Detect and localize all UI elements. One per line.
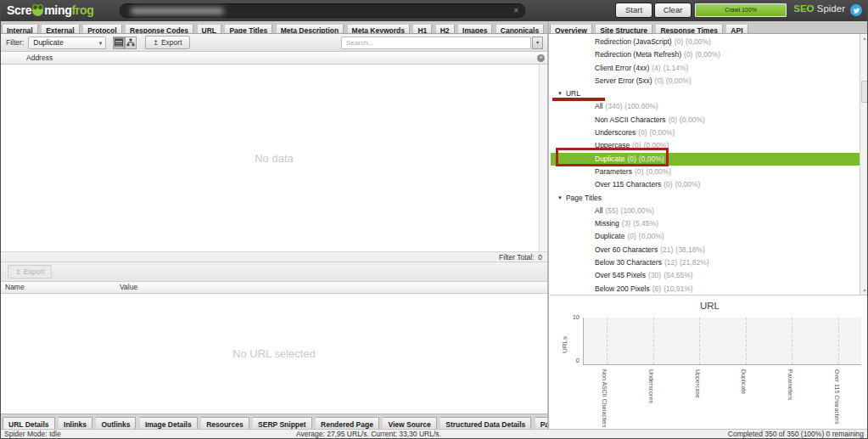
collapse-triangle-icon: ▼ bbox=[557, 91, 563, 96]
tab-site-structure[interactable]: Site Structure bbox=[596, 25, 652, 33]
tab-structured-data-details[interactable]: Structured Data Details bbox=[440, 417, 531, 429]
tab-h1[interactable]: H1 bbox=[413, 25, 432, 33]
columns-config-icon[interactable]: + bbox=[537, 54, 545, 62]
y-tick-0: 0 bbox=[554, 357, 580, 364]
url-input[interactable]: × bbox=[120, 3, 525, 18]
tab-response-times[interactable]: Response Times bbox=[656, 25, 722, 33]
main-tab-bar: Internal External Protocol Response Code… bbox=[1, 21, 549, 33]
detail-table-header: Name Value bbox=[1, 282, 547, 294]
tab-image-details[interactable]: Image Details bbox=[140, 417, 198, 429]
export-button[interactable]: ↥Export bbox=[145, 36, 189, 49]
right-tab-bar: Overview Site Structure Response Times A… bbox=[549, 21, 867, 33]
overview-row[interactable]: Duplicate(0)(0,00%) bbox=[551, 230, 860, 243]
tab-protocol[interactable]: Protocol bbox=[83, 25, 121, 33]
clear-button[interactable]: Clear bbox=[654, 3, 692, 18]
scroll-up-icon[interactable]: ▲ bbox=[860, 36, 868, 41]
crawl-progress-label: Crawl 100% bbox=[696, 4, 786, 16]
tab-api[interactable]: API bbox=[726, 25, 748, 33]
export-icon: ↥ bbox=[15, 268, 21, 276]
detail-export-button[interactable]: ↥Export bbox=[8, 265, 52, 279]
overview-row-duplicate-selected[interactable]: Duplicate(0)(0,00%) bbox=[551, 153, 860, 166]
tab-url-details[interactable]: URL Details bbox=[3, 417, 55, 429]
scroll-down-icon[interactable]: ▼ bbox=[860, 288, 868, 293]
seo-spider-window: Scremingfrog × Start Clear Crawl 100% SE… bbox=[0, 0, 868, 439]
logo-text-scre: Scre bbox=[7, 3, 31, 17]
tab-external[interactable]: External bbox=[42, 25, 80, 33]
filter-dropdown[interactable]: Duplicate▾ bbox=[28, 37, 106, 49]
chart-plot-area bbox=[583, 318, 861, 365]
x-label: Parameters bbox=[787, 369, 793, 427]
tab-response-codes[interactable]: Response Codes bbox=[126, 25, 193, 33]
overview-row[interactable]: Uppercase(0)(0,00%) bbox=[551, 139, 860, 152]
overview-row[interactable]: Redirection (Meta Refresh)(0)(0,00%) bbox=[551, 48, 860, 61]
tab-serp-snippet[interactable]: SERP Snippet bbox=[253, 417, 312, 429]
overview-row[interactable]: Server Error (5xx)(0)(0,00%) bbox=[551, 75, 860, 87]
tab-images[interactable]: Images bbox=[458, 25, 492, 33]
overview-row[interactable]: Over 60 Characters(21)(38,18%) bbox=[551, 244, 860, 256]
top-bar: Scremingfrog × Start Clear Crawl 100% SE… bbox=[1, 0, 867, 21]
overview-row[interactable]: All(340)(100,00%) bbox=[551, 100, 860, 113]
tab-resources[interactable]: Resources bbox=[201, 417, 249, 429]
tab-meta-description[interactable]: Meta Description bbox=[277, 25, 344, 33]
tree-view-button[interactable] bbox=[125, 37, 137, 49]
overview-list: Redirection (JavaScript)(0)(0,00%) Redir… bbox=[551, 34, 868, 295]
status-bar: Spider Mode: Idle Average: 27,95 URL/s. … bbox=[1, 429, 867, 439]
x-label: Over 115 Characters bbox=[834, 369, 840, 427]
search-area: ▾ bbox=[341, 37, 543, 49]
overview-scrollbar[interactable]: ▲ ▼ bbox=[860, 34, 868, 295]
app-logo: Scremingfrog bbox=[7, 3, 93, 19]
brand-seo: SEO bbox=[793, 3, 814, 14]
twitter-icon[interactable] bbox=[850, 4, 862, 16]
tab-overview[interactable]: Overview bbox=[550, 25, 592, 33]
tab-internal[interactable]: Internal bbox=[2, 25, 38, 33]
brand-spider: Spider bbox=[817, 3, 845, 14]
tab-row: Internal External Protocol Response Code… bbox=[1, 21, 867, 34]
overview-row[interactable]: Non ASCII Characters(0)(0,00%) bbox=[551, 114, 860, 127]
scrollbar-thumb[interactable] bbox=[861, 81, 868, 103]
overview-row[interactable]: Parameters(0)(0,00%) bbox=[551, 166, 860, 178]
gridline bbox=[607, 318, 608, 364]
search-input[interactable] bbox=[341, 37, 531, 49]
overview-row[interactable]: Redirection (JavaScript)(0)(0,00%) bbox=[551, 36, 860, 48]
tab-h2[interactable]: H2 bbox=[436, 25, 455, 33]
name-column-header[interactable]: Name bbox=[5, 282, 25, 293]
filter-total-label: Filter Total: bbox=[499, 253, 534, 262]
logo-text-frog: frog bbox=[71, 3, 93, 17]
overview-row[interactable]: Over 115 Characters(0)(0,00%) bbox=[551, 178, 860, 191]
overview-row[interactable]: Underscores(0)(0,00%) bbox=[551, 127, 860, 139]
overview-row[interactable]: All(55)(100,00%) bbox=[551, 205, 860, 217]
list-view-icon bbox=[115, 38, 123, 47]
tab-meta-keywords[interactable]: Meta Keywords bbox=[348, 25, 410, 33]
start-button[interactable]: Start bbox=[615, 3, 652, 18]
spider-mode-status: Spider Mode: Idle bbox=[4, 430, 61, 439]
completed-status: Completed 350 of 350 (100%) 0 remaining bbox=[728, 430, 864, 439]
tab-view-source[interactable]: View Source bbox=[383, 417, 436, 429]
view-toggle-group bbox=[113, 37, 137, 49]
tab-outlinks[interactable]: Outlinks bbox=[96, 417, 136, 429]
overview-row[interactable]: Missing(3)(5,45%) bbox=[551, 217, 860, 230]
tab-pagespeed-details[interactable]: PageSpeed Details bbox=[535, 417, 547, 429]
overview-row[interactable]: Below 30 Characters(12)(21,82%) bbox=[551, 256, 860, 269]
tab-page-titles[interactable]: Page Titles bbox=[225, 25, 272, 33]
search-options-button[interactable]: ▾ bbox=[532, 37, 543, 49]
overview-row[interactable]: Below 200 Pixels(6)(10,91%) bbox=[551, 283, 860, 295]
tab-rendered-page[interactable]: Rendered Page bbox=[316, 417, 379, 429]
detail-table-empty: No URL selected bbox=[1, 294, 547, 414]
url-chart: URL URLs 10 0 Non ASCII Characters Under… bbox=[551, 295, 868, 429]
address-column-header[interactable]: Address + bbox=[1, 52, 547, 65]
overview-row[interactable]: Over 545 Pixels(30)(54,55%) bbox=[551, 269, 860, 282]
x-label: Uppercase bbox=[695, 369, 701, 427]
value-column-header[interactable]: Value bbox=[120, 282, 137, 293]
tab-canonicals[interactable]: Canonicals bbox=[496, 25, 544, 33]
filter-label: Filter: bbox=[6, 38, 24, 47]
no-data-text: No data bbox=[255, 152, 294, 165]
tab-inlinks[interactable]: Inlinks bbox=[59, 417, 92, 429]
no-url-selected-text: No URL selected bbox=[232, 347, 316, 360]
gridline bbox=[838, 318, 839, 364]
clear-url-icon[interactable]: × bbox=[513, 5, 518, 17]
list-view-button[interactable] bbox=[113, 37, 125, 49]
results-scrollbar[interactable] bbox=[539, 65, 547, 251]
overview-row[interactable]: Client Error (4xx)(4)(1,14%) bbox=[551, 62, 860, 75]
overview-section-page-titles[interactable]: ▼Page Titles bbox=[551, 192, 860, 205]
tab-url[interactable]: URL bbox=[198, 25, 221, 33]
